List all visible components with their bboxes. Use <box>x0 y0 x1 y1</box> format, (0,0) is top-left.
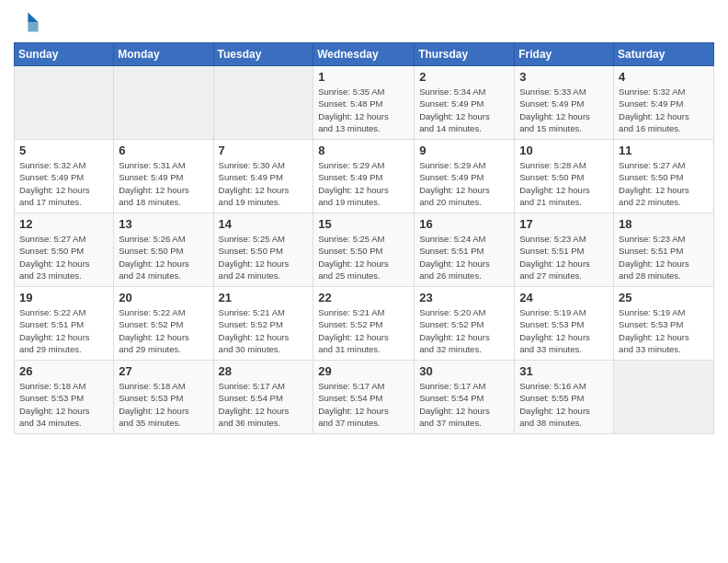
day-cell: 2Sunrise: 5:34 AM Sunset: 5:49 PM Daylig… <box>415 66 515 140</box>
day-number: 24 <box>519 291 609 304</box>
day-info: Sunrise: 5:18 AM Sunset: 5:53 PM Dayligh… <box>119 380 208 429</box>
day-cell <box>114 66 213 140</box>
day-cell: 10Sunrise: 5:28 AM Sunset: 5:50 PM Dayli… <box>515 140 614 213</box>
day-number: 13 <box>119 217 208 231</box>
day-info: Sunrise: 5:19 AM Sunset: 5:53 PM Dayligh… <box>619 306 709 355</box>
day-number: 1 <box>318 70 409 84</box>
day-number: 15 <box>318 217 409 231</box>
day-number: 11 <box>619 144 709 157</box>
logo-icon <box>14 9 40 35</box>
day-number: 23 <box>419 291 509 304</box>
weekday-header-tuesday: Tuesday <box>213 43 313 66</box>
day-info: Sunrise: 5:25 AM Sunset: 5:50 PM Dayligh… <box>219 233 309 282</box>
day-cell: 3Sunrise: 5:33 AM Sunset: 5:49 PM Daylig… <box>515 66 614 140</box>
weekday-header-monday: Monday <box>114 43 213 66</box>
day-info: Sunrise: 5:21 AM Sunset: 5:52 PM Dayligh… <box>219 306 309 355</box>
day-number: 6 <box>119 144 208 157</box>
weekday-header-thursday: Thursday <box>415 43 515 66</box>
day-cell <box>213 66 313 140</box>
weekday-header-friday: Friday <box>515 43 614 66</box>
day-cell <box>614 361 714 434</box>
day-number: 12 <box>19 217 108 231</box>
day-cell: 13Sunrise: 5:26 AM Sunset: 5:50 PM Dayli… <box>114 213 213 287</box>
day-info: Sunrise: 5:16 AM Sunset: 5:55 PM Dayligh… <box>519 380 609 429</box>
day-number: 18 <box>619 217 709 231</box>
svg-marker-0 <box>28 13 38 23</box>
day-number: 26 <box>19 364 108 378</box>
week-row-0: 1Sunrise: 5:35 AM Sunset: 5:48 PM Daylig… <box>15 66 714 140</box>
header <box>14 9 714 35</box>
day-cell: 9Sunrise: 5:29 AM Sunset: 5:49 PM Daylig… <box>415 140 515 213</box>
week-row-2: 12Sunrise: 5:27 AM Sunset: 5:50 PM Dayli… <box>15 213 714 287</box>
day-number: 10 <box>519 144 609 157</box>
day-info: Sunrise: 5:32 AM Sunset: 5:49 PM Dayligh… <box>19 159 108 208</box>
day-number: 21 <box>219 291 309 304</box>
day-cell: 28Sunrise: 5:17 AM Sunset: 5:54 PM Dayli… <box>213 361 313 434</box>
day-number: 27 <box>119 364 208 378</box>
day-cell: 23Sunrise: 5:20 AM Sunset: 5:52 PM Dayli… <box>415 287 515 361</box>
day-info: Sunrise: 5:17 AM Sunset: 5:54 PM Dayligh… <box>419 380 509 429</box>
day-info: Sunrise: 5:35 AM Sunset: 5:48 PM Dayligh… <box>318 86 409 134</box>
day-info: Sunrise: 5:22 AM Sunset: 5:51 PM Dayligh… <box>19 306 108 355</box>
day-cell: 27Sunrise: 5:18 AM Sunset: 5:53 PM Dayli… <box>114 361 213 434</box>
day-number: 9 <box>419 144 509 157</box>
day-cell: 25Sunrise: 5:19 AM Sunset: 5:53 PM Dayli… <box>614 287 714 361</box>
day-cell: 8Sunrise: 5:29 AM Sunset: 5:49 PM Daylig… <box>313 140 415 213</box>
day-info: Sunrise: 5:17 AM Sunset: 5:54 PM Dayligh… <box>219 380 309 429</box>
day-cell: 17Sunrise: 5:23 AM Sunset: 5:51 PM Dayli… <box>515 213 614 287</box>
day-cell: 30Sunrise: 5:17 AM Sunset: 5:54 PM Dayli… <box>415 361 515 434</box>
logo <box>14 9 43 35</box>
day-info: Sunrise: 5:30 AM Sunset: 5:49 PM Dayligh… <box>219 159 309 208</box>
day-cell: 1Sunrise: 5:35 AM Sunset: 5:48 PM Daylig… <box>313 66 415 140</box>
day-number: 3 <box>519 70 609 84</box>
day-cell: 29Sunrise: 5:17 AM Sunset: 5:54 PM Dayli… <box>313 361 415 434</box>
day-cell: 12Sunrise: 5:27 AM Sunset: 5:50 PM Dayli… <box>15 213 114 287</box>
day-cell: 22Sunrise: 5:21 AM Sunset: 5:52 PM Dayli… <box>313 287 415 361</box>
day-number: 22 <box>318 291 409 304</box>
day-info: Sunrise: 5:21 AM Sunset: 5:52 PM Dayligh… <box>318 306 409 355</box>
day-number: 28 <box>219 364 309 378</box>
day-cell <box>15 66 114 140</box>
day-number: 7 <box>219 144 309 157</box>
day-cell: 26Sunrise: 5:18 AM Sunset: 5:53 PM Dayli… <box>15 361 114 434</box>
day-cell: 4Sunrise: 5:32 AM Sunset: 5:49 PM Daylig… <box>614 66 714 140</box>
day-cell: 20Sunrise: 5:22 AM Sunset: 5:52 PM Dayli… <box>114 287 213 361</box>
day-cell: 19Sunrise: 5:22 AM Sunset: 5:51 PM Dayli… <box>15 287 114 361</box>
svg-marker-1 <box>28 22 38 32</box>
day-info: Sunrise: 5:18 AM Sunset: 5:53 PM Dayligh… <box>19 380 108 429</box>
day-cell: 31Sunrise: 5:16 AM Sunset: 5:55 PM Dayli… <box>515 361 614 434</box>
day-info: Sunrise: 5:28 AM Sunset: 5:50 PM Dayligh… <box>519 159 609 208</box>
day-number: 8 <box>318 144 409 157</box>
day-number: 20 <box>119 291 208 304</box>
day-info: Sunrise: 5:23 AM Sunset: 5:51 PM Dayligh… <box>519 233 609 282</box>
day-info: Sunrise: 5:23 AM Sunset: 5:51 PM Dayligh… <box>619 233 709 282</box>
day-number: 14 <box>219 217 309 231</box>
day-info: Sunrise: 5:27 AM Sunset: 5:50 PM Dayligh… <box>619 159 709 208</box>
day-info: Sunrise: 5:24 AM Sunset: 5:51 PM Dayligh… <box>419 233 509 282</box>
page: SundayMondayTuesdayWednesdayThursdayFrid… <box>0 0 728 563</box>
day-number: 5 <box>19 144 108 157</box>
day-cell: 11Sunrise: 5:27 AM Sunset: 5:50 PM Dayli… <box>614 140 714 213</box>
day-cell: 24Sunrise: 5:19 AM Sunset: 5:53 PM Dayli… <box>515 287 614 361</box>
day-number: 2 <box>419 70 509 84</box>
day-number: 31 <box>519 364 609 378</box>
day-number: 25 <box>619 291 709 304</box>
day-info: Sunrise: 5:25 AM Sunset: 5:50 PM Dayligh… <box>318 233 409 282</box>
day-info: Sunrise: 5:27 AM Sunset: 5:50 PM Dayligh… <box>19 233 108 282</box>
week-row-1: 5Sunrise: 5:32 AM Sunset: 5:49 PM Daylig… <box>15 140 714 213</box>
weekday-header-wednesday: Wednesday <box>313 43 415 66</box>
day-cell: 18Sunrise: 5:23 AM Sunset: 5:51 PM Dayli… <box>614 213 714 287</box>
weekday-header-saturday: Saturday <box>614 43 714 66</box>
day-info: Sunrise: 5:31 AM Sunset: 5:49 PM Dayligh… <box>119 159 208 208</box>
week-row-3: 19Sunrise: 5:22 AM Sunset: 5:51 PM Dayli… <box>15 287 714 361</box>
day-info: Sunrise: 5:29 AM Sunset: 5:49 PM Dayligh… <box>318 159 409 208</box>
day-info: Sunrise: 5:20 AM Sunset: 5:52 PM Dayligh… <box>419 306 509 355</box>
day-cell: 21Sunrise: 5:21 AM Sunset: 5:52 PM Dayli… <box>213 287 313 361</box>
day-info: Sunrise: 5:34 AM Sunset: 5:49 PM Dayligh… <box>419 86 509 134</box>
day-cell: 7Sunrise: 5:30 AM Sunset: 5:49 PM Daylig… <box>213 140 313 213</box>
day-cell: 5Sunrise: 5:32 AM Sunset: 5:49 PM Daylig… <box>15 140 114 213</box>
weekday-header-sunday: Sunday <box>15 43 114 66</box>
day-number: 16 <box>419 217 509 231</box>
day-info: Sunrise: 5:26 AM Sunset: 5:50 PM Dayligh… <box>119 233 208 282</box>
day-info: Sunrise: 5:29 AM Sunset: 5:49 PM Dayligh… <box>419 159 509 208</box>
